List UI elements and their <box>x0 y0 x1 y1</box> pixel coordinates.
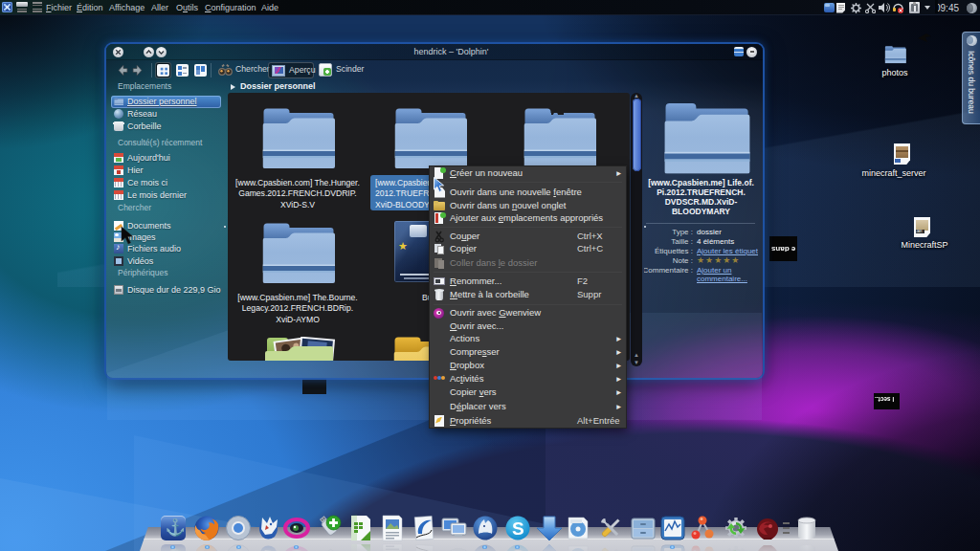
svg-text:S: S <box>512 518 524 539</box>
